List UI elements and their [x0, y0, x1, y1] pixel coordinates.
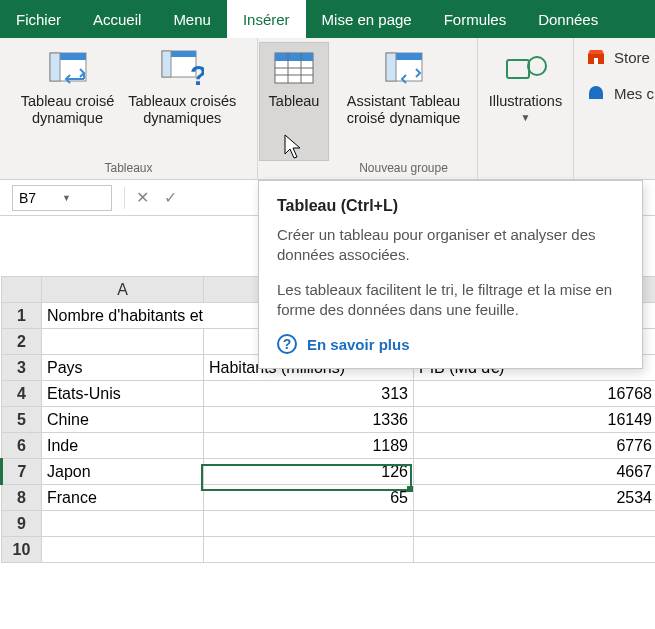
row-header-1[interactable]: 1 — [2, 303, 42, 329]
pivot-wizard-button[interactable]: Assistant Tableau croisé dynamique — [340, 42, 468, 161]
screen-tip-text2: Les tableaux facilitent le tri, le filtr… — [277, 280, 624, 321]
cell-C10[interactable] — [414, 537, 656, 563]
row-10: 10 — [2, 537, 656, 563]
cell-B6[interactable]: 1189 — [204, 433, 414, 459]
select-all-corner[interactable] — [2, 277, 42, 303]
formula-enter-button[interactable]: ✓ — [157, 185, 183, 211]
name-box-dropdown-icon[interactable]: ▼ — [62, 193, 105, 203]
cell-C5[interactable]: 16149 — [414, 407, 656, 433]
row-8: 8 France 65 2534 — [2, 485, 656, 511]
row-header-7[interactable]: 7 — [2, 459, 42, 485]
ribbon-group-illustrations: Illustrations ▼ — [478, 38, 574, 179]
recommended-pivot-tables-label: Tableaux croisés dynamiques — [128, 93, 236, 128]
svg-rect-8 — [275, 53, 313, 61]
cell-C9[interactable] — [414, 511, 656, 537]
ribbon-group-tableaux: Tableau croisé dynamique ? Tableaux croi… — [0, 38, 258, 179]
store-label: Store — [614, 49, 650, 66]
row-header-3[interactable]: 3 — [2, 355, 42, 381]
shapes-icon — [502, 47, 550, 91]
tab-menu[interactable]: Menu — [157, 0, 227, 38]
ribbon-group-addins: Store Mes c — [574, 38, 654, 179]
row-9: 9 — [2, 511, 656, 537]
pivot-table-label: Tableau croisé dynamique — [21, 93, 115, 128]
tab-donnees[interactable]: Données — [522, 0, 614, 38]
cell-A8[interactable]: France — [42, 485, 204, 511]
svg-rect-16 — [507, 60, 529, 78]
cell-A9[interactable] — [42, 511, 204, 537]
svg-rect-18 — [594, 58, 598, 64]
my-addins-button[interactable]: Mes c — [586, 84, 654, 102]
cell-B7[interactable]: 126 — [204, 459, 414, 485]
tab-accueil[interactable]: Accueil — [77, 0, 157, 38]
pivot-table-button[interactable]: Tableau croisé dynamique — [14, 42, 122, 161]
svg-rect-2 — [50, 53, 60, 81]
recommended-pivot-tables-icon: ? — [158, 47, 206, 91]
help-icon: ? — [277, 334, 297, 354]
ribbon-group-tableaux-label: Tableaux — [104, 161, 152, 177]
ribbon: Tableau croisé dynamique ? Tableaux croi… — [0, 38, 655, 180]
learn-more-label: En savoir plus — [307, 336, 410, 353]
pivot-table-icon — [44, 47, 92, 91]
name-box[interactable]: B7 ▼ — [12, 185, 112, 211]
row-header-6[interactable]: 6 — [2, 433, 42, 459]
row-header-2[interactable]: 2 — [2, 329, 42, 355]
cell-B9[interactable] — [204, 511, 414, 537]
cell-C4[interactable]: 16768 — [414, 381, 656, 407]
row-header-8[interactable]: 8 — [2, 485, 42, 511]
table-icon — [270, 47, 318, 91]
cell-A6[interactable]: Inde — [42, 433, 204, 459]
insert-table-label: Tableau — [269, 93, 320, 110]
addins-icon — [586, 84, 606, 102]
pivot-wizard-label: Assistant Tableau croisé dynamique — [347, 93, 461, 128]
cell-C8[interactable]: 2534 — [414, 485, 656, 511]
tab-formules[interactable]: Formules — [428, 0, 523, 38]
cell-A10[interactable] — [42, 537, 204, 563]
cell-B4[interactable]: 313 — [204, 381, 414, 407]
svg-rect-19 — [592, 88, 595, 91]
row-header-4[interactable]: 4 — [2, 381, 42, 407]
row-header-5[interactable]: 5 — [2, 407, 42, 433]
row-header-10[interactable]: 10 — [2, 537, 42, 563]
ribbon-tabs: Fichier Accueil Menu Insérer Mise en pag… — [0, 0, 655, 38]
learn-more-link[interactable]: ? En savoir plus — [277, 334, 624, 354]
row-4: 4 Etats-Unis 313 16768 — [2, 381, 656, 407]
ribbon-group-nouveau-label: Nouveau groupe — [359, 161, 448, 177]
pivot-wizard-icon — [380, 47, 428, 91]
recommended-pivot-tables-button[interactable]: ? Tableaux croisés dynamiques — [121, 42, 243, 161]
cell-A7[interactable]: Japon — [42, 459, 204, 485]
cell-A2[interactable] — [42, 329, 204, 355]
cell-B8[interactable]: 65 — [204, 485, 414, 511]
row-6: 6 Inde 1189 6776 — [2, 433, 656, 459]
formula-cancel-button[interactable]: ✕ — [129, 185, 155, 211]
screen-tip-title: Tableau (Ctrl+L) — [277, 197, 624, 215]
cell-A4[interactable]: Etats-Unis — [42, 381, 204, 407]
store-icon — [586, 48, 606, 66]
tab-inserer[interactable]: Insérer — [227, 0, 306, 38]
illustrations-button[interactable]: Illustrations ▼ — [484, 42, 568, 161]
svg-rect-15 — [386, 53, 396, 81]
cell-A5[interactable]: Chine — [42, 407, 204, 433]
row-5: 5 Chine 1336 16149 — [2, 407, 656, 433]
col-header-A[interactable]: A — [42, 277, 204, 303]
row-header-9[interactable]: 9 — [2, 511, 42, 537]
illustrations-label: Illustrations — [489, 93, 562, 110]
tab-mise-en-page[interactable]: Mise en page — [306, 0, 428, 38]
svg-rect-5 — [162, 51, 171, 77]
name-box-value: B7 — [19, 190, 62, 206]
cell-C7[interactable]: 4667 — [414, 459, 656, 485]
svg-point-17 — [528, 57, 546, 75]
insert-table-button[interactable]: Tableau — [259, 42, 329, 161]
tab-fichier[interactable]: Fichier — [0, 0, 77, 38]
cell-B10[interactable] — [204, 537, 414, 563]
cell-C6[interactable]: 6776 — [414, 433, 656, 459]
ribbon-group-nouveau: Assistant Tableau croisé dynamique Nouve… — [330, 38, 478, 179]
svg-text:?: ? — [190, 60, 204, 89]
screen-tip: Tableau (Ctrl+L) Créer un tableau pour o… — [258, 180, 643, 369]
cell-A3[interactable]: Pays — [42, 355, 204, 381]
cell-B5[interactable]: 1336 — [204, 407, 414, 433]
svg-rect-20 — [597, 88, 600, 91]
screen-tip-text1: Créer un tableau pour organiser et analy… — [277, 225, 624, 266]
store-button[interactable]: Store — [586, 48, 654, 66]
chevron-down-icon: ▼ — [521, 112, 531, 124]
my-addins-label: Mes c — [614, 85, 654, 102]
